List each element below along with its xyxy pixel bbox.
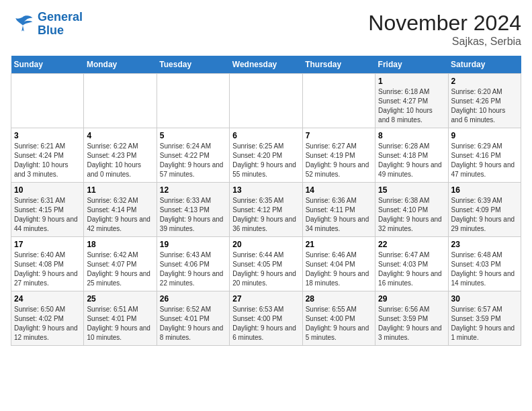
day-number: 26 bbox=[160, 294, 226, 304]
day-info: Sunrise: 6:51 AM Sunset: 4:01 PM Dayligh… bbox=[87, 305, 153, 342]
weekday-header: Friday bbox=[375, 56, 448, 74]
calendar-day-cell bbox=[11, 74, 84, 128]
day-number: 18 bbox=[87, 240, 153, 249]
day-number: 15 bbox=[378, 185, 445, 195]
day-number: 3 bbox=[14, 131, 81, 140]
day-info: Sunrise: 6:53 AM Sunset: 4:00 PM Dayligh… bbox=[232, 305, 299, 342]
calendar-day-cell bbox=[84, 74, 157, 128]
day-info: Sunrise: 6:35 AM Sunset: 4:12 PM Dayligh… bbox=[232, 196, 299, 234]
day-info: Sunrise: 6:44 AM Sunset: 4:05 PM Dayligh… bbox=[232, 250, 299, 288]
day-info: Sunrise: 6:24 AM Sunset: 4:22 PM Dayligh… bbox=[160, 142, 226, 179]
day-number: 22 bbox=[378, 240, 445, 249]
day-info: Sunrise: 6:22 AM Sunset: 4:23 PM Dayligh… bbox=[87, 142, 153, 179]
day-info: Sunrise: 6:25 AM Sunset: 4:20 PM Dayligh… bbox=[232, 142, 299, 179]
calendar-day-cell bbox=[157, 74, 229, 128]
page-header: General Blue November 2024 Sajkas, Serbi… bbox=[11, 11, 521, 48]
calendar-day-cell: 13Sunrise: 6:35 AM Sunset: 4:12 PM Dayli… bbox=[230, 183, 302, 237]
day-number: 9 bbox=[451, 131, 518, 140]
day-info: Sunrise: 6:42 AM Sunset: 4:07 PM Dayligh… bbox=[87, 250, 153, 288]
day-info: Sunrise: 6:50 AM Sunset: 4:02 PM Dayligh… bbox=[14, 305, 81, 342]
day-number: 13 bbox=[232, 185, 299, 195]
calendar-day-cell bbox=[230, 74, 302, 128]
day-info: Sunrise: 6:21 AM Sunset: 4:24 PM Dayligh… bbox=[14, 142, 81, 179]
calendar-day-cell: 19Sunrise: 6:43 AM Sunset: 4:06 PM Dayli… bbox=[157, 237, 229, 291]
weekday-header: Sunday bbox=[11, 56, 84, 74]
day-info: Sunrise: 6:55 AM Sunset: 4:00 PM Dayligh… bbox=[306, 305, 372, 342]
day-number: 10 bbox=[14, 185, 81, 195]
day-info: Sunrise: 6:56 AM Sunset: 3:59 PM Dayligh… bbox=[378, 305, 445, 342]
calendar-day-cell: 9Sunrise: 6:29 AM Sunset: 4:16 PM Daylig… bbox=[448, 128, 521, 183]
day-number: 14 bbox=[306, 185, 372, 195]
day-info: Sunrise: 6:29 AM Sunset: 4:16 PM Dayligh… bbox=[451, 142, 518, 179]
calendar-day-cell: 30Sunrise: 6:57 AM Sunset: 3:59 PM Dayli… bbox=[448, 291, 521, 346]
calendar-day-cell: 21Sunrise: 6:46 AM Sunset: 4:04 PM Dayli… bbox=[302, 237, 375, 291]
day-number: 5 bbox=[160, 131, 226, 140]
day-info: Sunrise: 6:28 AM Sunset: 4:18 PM Dayligh… bbox=[378, 142, 445, 179]
calendar-day-cell: 24Sunrise: 6:50 AM Sunset: 4:02 PM Dayli… bbox=[11, 291, 84, 346]
day-number: 29 bbox=[378, 294, 445, 304]
calendar-day-cell: 17Sunrise: 6:40 AM Sunset: 4:08 PM Dayli… bbox=[11, 237, 84, 291]
day-info: Sunrise: 6:18 AM Sunset: 4:27 PM Dayligh… bbox=[378, 87, 445, 125]
calendar-table: SundayMondayTuesdayWednesdayThursdayFrid… bbox=[11, 56, 521, 346]
calendar-subtitle: Sajkas, Serbia bbox=[368, 36, 521, 48]
day-info: Sunrise: 6:31 AM Sunset: 4:15 PM Dayligh… bbox=[14, 196, 81, 234]
calendar-day-cell: 2Sunrise: 6:20 AM Sunset: 4:26 PM Daylig… bbox=[448, 74, 521, 128]
weekday-header: Thursday bbox=[302, 56, 375, 74]
logo-line2: Blue bbox=[38, 24, 64, 37]
day-info: Sunrise: 6:46 AM Sunset: 4:04 PM Dayligh… bbox=[306, 250, 372, 288]
calendar-day-cell: 22Sunrise: 6:47 AM Sunset: 4:03 PM Dayli… bbox=[375, 237, 448, 291]
day-info: Sunrise: 6:38 AM Sunset: 4:10 PM Dayligh… bbox=[378, 196, 445, 234]
calendar-day-cell: 29Sunrise: 6:56 AM Sunset: 3:59 PM Dayli… bbox=[375, 291, 448, 346]
calendar-day-cell: 27Sunrise: 6:53 AM Sunset: 4:00 PM Dayli… bbox=[230, 291, 302, 346]
calendar-day-cell: 6Sunrise: 6:25 AM Sunset: 4:20 PM Daylig… bbox=[230, 128, 302, 183]
day-number: 4 bbox=[87, 131, 153, 140]
day-number: 2 bbox=[451, 77, 518, 86]
calendar-week-row: 1Sunrise: 6:18 AM Sunset: 4:27 PM Daylig… bbox=[11, 74, 521, 128]
weekday-header: Monday bbox=[84, 56, 157, 74]
day-number: 30 bbox=[451, 294, 518, 304]
day-number: 7 bbox=[306, 131, 372, 140]
calendar-header-row: SundayMondayTuesdayWednesdayThursdayFrid… bbox=[11, 56, 521, 74]
calendar-day-cell: 5Sunrise: 6:24 AM Sunset: 4:22 PM Daylig… bbox=[157, 128, 229, 183]
day-number: 20 bbox=[232, 240, 299, 249]
calendar-day-cell: 7Sunrise: 6:27 AM Sunset: 4:19 PM Daylig… bbox=[302, 128, 375, 183]
day-info: Sunrise: 6:40 AM Sunset: 4:08 PM Dayligh… bbox=[14, 250, 81, 288]
day-info: Sunrise: 6:39 AM Sunset: 4:09 PM Dayligh… bbox=[451, 196, 518, 234]
calendar-day-cell: 18Sunrise: 6:42 AM Sunset: 4:07 PM Dayli… bbox=[84, 237, 157, 291]
day-number: 23 bbox=[451, 240, 518, 249]
logo: General Blue bbox=[11, 11, 83, 38]
calendar-day-cell bbox=[302, 74, 375, 128]
logo-text: General Blue bbox=[38, 11, 83, 38]
day-number: 12 bbox=[160, 185, 226, 195]
day-info: Sunrise: 6:57 AM Sunset: 3:59 PM Dayligh… bbox=[451, 305, 518, 342]
day-info: Sunrise: 6:43 AM Sunset: 4:06 PM Dayligh… bbox=[160, 250, 226, 288]
weekday-header: Wednesday bbox=[230, 56, 302, 74]
day-number: 25 bbox=[87, 294, 153, 304]
day-info: Sunrise: 6:33 AM Sunset: 4:13 PM Dayligh… bbox=[160, 196, 226, 234]
calendar-day-cell: 25Sunrise: 6:51 AM Sunset: 4:01 PM Dayli… bbox=[84, 291, 157, 346]
calendar-day-cell: 8Sunrise: 6:28 AM Sunset: 4:18 PM Daylig… bbox=[375, 128, 448, 183]
day-info: Sunrise: 6:20 AM Sunset: 4:26 PM Dayligh… bbox=[451, 87, 518, 125]
calendar-day-cell: 3Sunrise: 6:21 AM Sunset: 4:24 PM Daylig… bbox=[11, 128, 84, 183]
calendar-day-cell: 4Sunrise: 6:22 AM Sunset: 4:23 PM Daylig… bbox=[84, 128, 157, 183]
logo-line1: General bbox=[38, 10, 83, 24]
logo-icon bbox=[11, 12, 35, 36]
weekday-header: Saturday bbox=[448, 56, 521, 74]
calendar-day-cell: 10Sunrise: 6:31 AM Sunset: 4:15 PM Dayli… bbox=[11, 183, 84, 237]
calendar-day-cell: 28Sunrise: 6:55 AM Sunset: 4:00 PM Dayli… bbox=[302, 291, 375, 346]
day-number: 6 bbox=[232, 131, 299, 140]
calendar-week-row: 24Sunrise: 6:50 AM Sunset: 4:02 PM Dayli… bbox=[11, 291, 521, 346]
day-number: 21 bbox=[306, 240, 372, 249]
day-number: 17 bbox=[14, 240, 81, 249]
calendar-day-cell: 20Sunrise: 6:44 AM Sunset: 4:05 PM Dayli… bbox=[230, 237, 302, 291]
calendar-day-cell: 23Sunrise: 6:48 AM Sunset: 4:03 PM Dayli… bbox=[448, 237, 521, 291]
day-number: 16 bbox=[451, 185, 518, 195]
day-info: Sunrise: 6:47 AM Sunset: 4:03 PM Dayligh… bbox=[378, 250, 445, 288]
day-info: Sunrise: 6:48 AM Sunset: 4:03 PM Dayligh… bbox=[451, 250, 518, 288]
day-info: Sunrise: 6:52 AM Sunset: 4:01 PM Dayligh… bbox=[160, 305, 226, 342]
calendar-title: November 2024 bbox=[368, 11, 521, 36]
day-number: 24 bbox=[14, 294, 81, 304]
calendar-week-row: 10Sunrise: 6:31 AM Sunset: 4:15 PM Dayli… bbox=[11, 183, 521, 237]
day-info: Sunrise: 6:36 AM Sunset: 4:11 PM Dayligh… bbox=[306, 196, 372, 234]
calendar-day-cell: 16Sunrise: 6:39 AM Sunset: 4:09 PM Dayli… bbox=[448, 183, 521, 237]
